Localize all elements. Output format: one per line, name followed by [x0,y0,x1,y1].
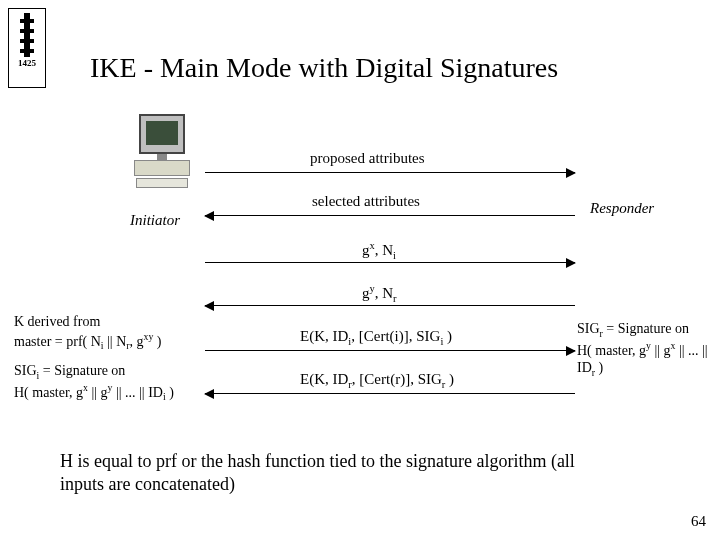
initiator-label: Initiator [130,212,180,229]
responder-label: Responder [590,200,654,217]
slide-title: IKE - Main Mode with Digital Signatures [90,52,558,84]
note-sig-r: SIGr = Signature onH( master, gy || gx |… [577,320,720,379]
arrow-left-icon [205,393,575,394]
logo-tower-icon [20,13,34,57]
msg1-label: proposed attributes [310,150,425,167]
slide: 1425 IKE - Main Mode with Digital Signat… [0,0,720,540]
msg4-label: gy, Nr [362,283,397,304]
note-sig-i: SIGi = Signature onH( master, gx || gy |… [14,362,174,404]
arrow-right-icon [205,350,575,351]
msg5-label: E(K, IDi, [Cert(i)], SIGi ) [300,328,452,347]
computer-icon [132,114,192,184]
logo-year: 1425 [18,59,36,68]
msg6-label: E(K, IDr, [Cert(r)], SIGr ) [300,371,454,390]
arrow-left-icon [205,215,575,216]
arrow-left-icon [205,305,575,306]
arrow-right-icon [205,262,575,263]
msg2-label: selected attributes [312,193,420,210]
arrow-right-icon [205,172,575,173]
note-k-derivation: K derived frommaster = prf( Ni || Nr, gx… [14,313,162,352]
page-number: 64 [691,513,706,530]
msg3-label: gx, Ni [362,240,396,261]
institution-logo: 1425 [8,8,46,88]
footer-note: H is equal to prf or the hash function t… [60,450,620,495]
